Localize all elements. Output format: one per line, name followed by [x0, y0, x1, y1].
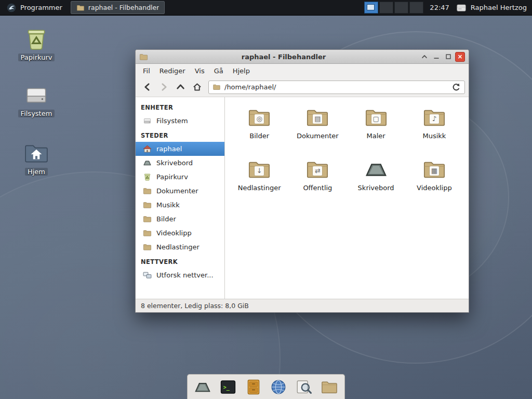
workspace-2[interactable] [379, 2, 393, 14]
emblem-video-icon: ▦ [429, 166, 440, 176]
folder-icon: ◎ [246, 105, 273, 129]
emblem-document-icon: ▤ [312, 114, 323, 124]
file-item-skrivebord[interactable]: Skrivebord [351, 157, 401, 209]
drive-icon [143, 116, 152, 125]
window-title: raphael - Filbehandler [150, 53, 417, 61]
file-label: Dokumenter [297, 132, 339, 140]
sidebar-item-label: Bilder [156, 215, 176, 223]
up-button[interactable] [172, 80, 188, 95]
folder-icon [143, 215, 152, 223]
sidebar-item-raphael[interactable]: raphael [136, 142, 224, 156]
file-label: Maler [367, 132, 385, 140]
sidebar-item-label: Filsystem [156, 117, 188, 125]
file-manager-launcher[interactable] [318, 376, 341, 398]
panel-right-cluster: 22:47 Raphael Hertzog [363, 2, 532, 14]
terminal-icon: >_ [219, 378, 237, 396]
workspace-switcher [363, 2, 423, 14]
sidebar-item-videoklipp[interactable]: Videoklipp [136, 226, 224, 240]
folder-icon: ▤ [304, 105, 331, 129]
file-item-musikk[interactable]: ♪Musikk [409, 105, 459, 157]
emblem-share-icon: ⇄ [312, 166, 323, 176]
minimize-button[interactable] [431, 52, 441, 62]
sidebar-section-header-steder: STEDER [136, 128, 224, 142]
folder-icon [143, 243, 152, 251]
file-label: Skrivebord [358, 184, 394, 192]
sidebar-item-label: Dokumenter [156, 187, 198, 195]
path-text: /home/raphael/ [224, 83, 276, 91]
menu-ga[interactable]: Gå [209, 65, 228, 76]
reload-button[interactable] [451, 83, 461, 92]
desktop-icon-label: Papirkurv [18, 54, 55, 61]
menu-rediger[interactable]: Rediger [155, 65, 190, 76]
emblem-camera-icon: ◎ [254, 114, 264, 124]
close-button[interactable]: × [455, 52, 465, 62]
desktop-icon-filesystem[interactable]: Filsystem [14, 82, 59, 117]
shade-button[interactable] [419, 52, 429, 62]
forward-button[interactable] [156, 80, 171, 95]
file-item-videoklipp[interactable]: ▦Videoklipp [409, 157, 459, 209]
statusbar-text: 8 elementer, Ledig plass: 8,0 GiB [141, 302, 249, 310]
user-menu[interactable]: Raphael Hertzog [456, 2, 529, 14]
back-button[interactable] [139, 80, 155, 95]
folder-icon [143, 229, 152, 237]
globe-icon [270, 378, 287, 396]
sidebar-item-filsystem[interactable]: Filsystem [136, 114, 224, 128]
dock: >_ [187, 374, 345, 399]
home-icon [143, 144, 152, 153]
trash-icon [143, 172, 152, 181]
folder-icon: ♪ [421, 105, 448, 129]
sidebar-item-skrivebord[interactable]: Skrivebord [136, 156, 224, 170]
file-label: Musikk [422, 132, 446, 140]
finder-icon [295, 378, 313, 396]
sidebar-item-label: Videoklipp [156, 229, 192, 237]
sidebar-item-bilder[interactable]: Bilder [136, 212, 224, 226]
titlebar[interactable]: raphael - Filbehandler × [136, 50, 469, 64]
file-label: Videoklipp [417, 184, 452, 192]
home-button[interactable] [189, 80, 205, 95]
sidebar-item-label: raphael [156, 145, 182, 153]
file-label: Bilder [249, 132, 269, 140]
user-name-label: Raphael Hertzog [471, 4, 527, 11]
sidebar-item-musikk[interactable]: Musikk [136, 198, 224, 212]
file-item-bilder[interactable]: ◎Bilder [234, 105, 284, 157]
show-desktop-launcher[interactable] [191, 376, 214, 398]
sidebar-item-papirkurv[interactable]: Papirkurv [136, 170, 224, 184]
file-item-dokumenter[interactable]: ▤Dokumenter [292, 105, 342, 157]
menubar: Fil Rediger Vis Gå Hjelp [136, 64, 469, 77]
desktop-icon-home[interactable]: Hjem [14, 140, 59, 176]
sidebar-item-label: Utforsk nettver... [156, 271, 214, 279]
applications-logo-icon [6, 3, 17, 13]
clock[interactable]: 22:47 [430, 4, 449, 11]
window-body: ENHETERFilsystemSTEDERraphaelSkrivebordP… [136, 97, 469, 299]
folder-icon: ↓ [246, 157, 273, 181]
workspace-3[interactable] [394, 2, 408, 14]
path-entry[interactable]: /home/raphael/ [208, 81, 465, 94]
taskbar-window-button[interactable]: raphael - Filbehandler [71, 1, 165, 14]
sidebar-item-utforsk-nettver[interactable]: Utforsk nettver... [136, 268, 224, 282]
file-item-offentlig[interactable]: ⇄Offentlig [292, 157, 342, 209]
sidebar-item-label: Musikk [156, 201, 180, 209]
emblem-download-icon: ↓ [254, 166, 264, 176]
file-item-maler[interactable]: ▢Maler [351, 105, 401, 157]
terminal-launcher[interactable]: >_ [217, 376, 240, 398]
statusbar: 8 elementer, Ledig plass: 8,0 GiB [136, 299, 469, 312]
desktop-icon-trash[interactable]: Papirkurv [14, 26, 59, 61]
web-browser-launcher[interactable] [267, 376, 290, 398]
app-finder-launcher[interactable] [292, 376, 315, 398]
sidebar-item-dokumenter[interactable]: Dokumenter [136, 184, 224, 198]
file-cabinet-launcher[interactable] [242, 376, 265, 398]
menu-fil[interactable]: Fil [138, 65, 155, 76]
file-manager-window: raphael - Filbehandler × Fil Rediger Vis… [135, 49, 469, 313]
workspace-1[interactable] [364, 2, 378, 14]
network-icon [143, 271, 152, 280]
menu-vis[interactable]: Vis [190, 65, 209, 76]
menu-hjelp[interactable]: Hjelp [228, 65, 255, 76]
folder-icon [143, 187, 152, 195]
file-item-nedlastinger[interactable]: ↓Nedlastinger [234, 157, 284, 209]
sidebar-item-nedlastinger[interactable]: Nedlastinger [136, 240, 224, 254]
applications-menu-button[interactable]: Programmer [0, 0, 69, 15]
folder-icon: ▦ [421, 157, 448, 181]
drive-icon [23, 82, 49, 108]
maximize-button[interactable] [443, 52, 453, 62]
workspace-4[interactable] [409, 2, 423, 14]
